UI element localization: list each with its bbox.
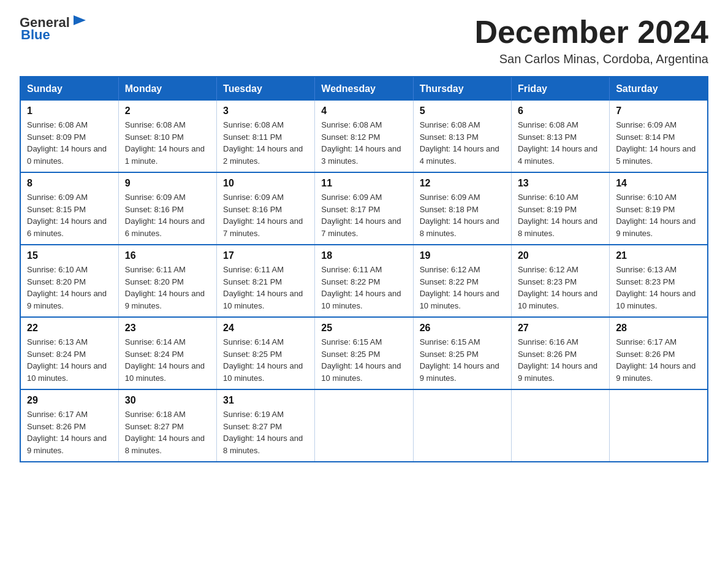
calendar-subtitle: San Carlos Minas, Cordoba, Argentina — [474, 52, 708, 66]
day-info: Sunrise: 6:11 AMSunset: 8:20 PMDaylight:… — [125, 264, 210, 312]
calendar-day-cell: 15Sunrise: 6:10 AMSunset: 8:20 PMDayligh… — [20, 245, 118, 317]
day-number: 17 — [223, 250, 308, 261]
day-number: 23 — [125, 323, 210, 334]
calendar-day-cell: 18Sunrise: 6:11 AMSunset: 8:22 PMDayligh… — [315, 245, 413, 317]
day-info: Sunrise: 6:08 AMSunset: 8:12 PMDaylight:… — [321, 119, 406, 167]
day-info: Sunrise: 6:13 AMSunset: 8:24 PMDaylight:… — [27, 336, 112, 384]
day-info: Sunrise: 6:08 AMSunset: 8:11 PMDaylight:… — [223, 119, 308, 167]
calendar-title: December 2024 — [474, 15, 708, 50]
day-info: Sunrise: 6:15 AMSunset: 8:25 PMDaylight:… — [321, 336, 406, 384]
calendar-day-cell: 1Sunrise: 6:08 AMSunset: 8:09 PMDaylight… — [20, 101, 118, 172]
calendar-day-cell: 4Sunrise: 6:08 AMSunset: 8:12 PMDaylight… — [315, 101, 413, 172]
calendar-day-cell: 16Sunrise: 6:11 AMSunset: 8:20 PMDayligh… — [118, 245, 216, 317]
calendar-day-cell: 11Sunrise: 6:09 AMSunset: 8:17 PMDayligh… — [315, 172, 413, 245]
calendar-day-cell: 22Sunrise: 6:13 AMSunset: 8:24 PMDayligh… — [20, 317, 118, 389]
day-info: Sunrise: 6:09 AMSunset: 8:16 PMDaylight:… — [125, 191, 210, 239]
day-number: 7 — [616, 105, 701, 117]
day-number: 9 — [125, 178, 210, 189]
day-number: 20 — [518, 250, 603, 261]
day-number: 24 — [223, 323, 308, 334]
weekday-header-row: SundayMondayTuesdayWednesdayThursdayFrid… — [20, 77, 708, 101]
day-number: 10 — [223, 178, 308, 189]
day-number: 18 — [321, 250, 406, 261]
day-number: 5 — [420, 105, 505, 117]
calendar-week-row: 29Sunrise: 6:17 AMSunset: 8:26 PMDayligh… — [20, 389, 708, 462]
calendar-day-cell: 12Sunrise: 6:09 AMSunset: 8:18 PMDayligh… — [413, 172, 511, 245]
day-info: Sunrise: 6:10 AMSunset: 8:20 PMDaylight:… — [27, 264, 112, 312]
page-header: General Blue December 2024 San Carlos Mi… — [20, 15, 708, 66]
day-info: Sunrise: 6:18 AMSunset: 8:27 PMDaylight:… — [125, 408, 210, 456]
calendar-day-cell: 17Sunrise: 6:11 AMSunset: 8:21 PMDayligh… — [217, 245, 315, 317]
logo-blue-text: Blue — [21, 27, 50, 43]
calendar-table: SundayMondayTuesdayWednesdayThursdayFrid… — [20, 76, 708, 462]
weekday-header-monday: Monday — [118, 77, 216, 101]
day-number: 27 — [518, 323, 603, 334]
weekday-header-wednesday: Wednesday — [315, 77, 413, 101]
day-number: 29 — [27, 395, 112, 406]
day-info: Sunrise: 6:12 AMSunset: 8:22 PMDaylight:… — [420, 264, 505, 312]
day-number: 16 — [125, 250, 210, 261]
day-info: Sunrise: 6:08 AMSunset: 8:13 PMDaylight:… — [420, 119, 505, 167]
day-info: Sunrise: 6:16 AMSunset: 8:26 PMDaylight:… — [518, 336, 603, 384]
calendar-day-cell — [610, 389, 708, 462]
day-number: 19 — [420, 250, 505, 261]
calendar-day-cell: 27Sunrise: 6:16 AMSunset: 8:26 PMDayligh… — [511, 317, 609, 389]
weekday-header-thursday: Thursday — [413, 77, 511, 101]
calendar-day-cell: 6Sunrise: 6:08 AMSunset: 8:13 PMDaylight… — [511, 101, 609, 172]
weekday-header-saturday: Saturday — [610, 77, 708, 101]
calendar-day-cell: 2Sunrise: 6:08 AMSunset: 8:10 PMDaylight… — [118, 101, 216, 172]
svg-marker-0 — [74, 15, 86, 25]
calendar-day-cell: 10Sunrise: 6:09 AMSunset: 8:16 PMDayligh… — [217, 172, 315, 245]
day-number: 3 — [223, 105, 308, 117]
day-info: Sunrise: 6:10 AMSunset: 8:19 PMDaylight:… — [518, 191, 603, 239]
day-number: 1 — [27, 105, 112, 117]
calendar-day-cell: 29Sunrise: 6:17 AMSunset: 8:26 PMDayligh… — [20, 389, 118, 462]
calendar-day-cell: 19Sunrise: 6:12 AMSunset: 8:22 PMDayligh… — [413, 245, 511, 317]
day-number: 11 — [321, 178, 406, 189]
calendar-day-cell: 14Sunrise: 6:10 AMSunset: 8:19 PMDayligh… — [610, 172, 708, 245]
calendar-week-row: 1Sunrise: 6:08 AMSunset: 8:09 PMDaylight… — [20, 101, 708, 172]
day-number: 8 — [27, 178, 112, 189]
day-number: 22 — [27, 323, 112, 334]
day-info: Sunrise: 6:12 AMSunset: 8:23 PMDaylight:… — [518, 264, 603, 312]
logo: General Blue — [20, 15, 88, 43]
calendar-day-cell: 30Sunrise: 6:18 AMSunset: 8:27 PMDayligh… — [118, 389, 216, 462]
calendar-day-cell: 26Sunrise: 6:15 AMSunset: 8:25 PMDayligh… — [413, 317, 511, 389]
day-info: Sunrise: 6:09 AMSunset: 8:16 PMDaylight:… — [223, 191, 308, 239]
calendar-day-cell — [315, 389, 413, 462]
calendar-day-cell: 24Sunrise: 6:14 AMSunset: 8:25 PMDayligh… — [217, 317, 315, 389]
day-info: Sunrise: 6:08 AMSunset: 8:10 PMDaylight:… — [125, 119, 210, 167]
day-info: Sunrise: 6:09 AMSunset: 8:14 PMDaylight:… — [616, 119, 701, 167]
calendar-day-cell: 21Sunrise: 6:13 AMSunset: 8:23 PMDayligh… — [610, 245, 708, 317]
calendar-day-cell: 5Sunrise: 6:08 AMSunset: 8:13 PMDaylight… — [413, 101, 511, 172]
calendar-day-cell: 28Sunrise: 6:17 AMSunset: 8:26 PMDayligh… — [610, 317, 708, 389]
calendar-day-cell: 25Sunrise: 6:15 AMSunset: 8:25 PMDayligh… — [315, 317, 413, 389]
day-info: Sunrise: 6:09 AMSunset: 8:15 PMDaylight:… — [27, 191, 112, 239]
calendar-day-cell: 23Sunrise: 6:14 AMSunset: 8:24 PMDayligh… — [118, 317, 216, 389]
day-info: Sunrise: 6:11 AMSunset: 8:22 PMDaylight:… — [321, 264, 406, 312]
day-number: 28 — [616, 323, 701, 334]
calendar-day-cell: 3Sunrise: 6:08 AMSunset: 8:11 PMDaylight… — [217, 101, 315, 172]
logo-flag-icon — [71, 13, 88, 30]
day-number: 15 — [27, 250, 112, 261]
weekday-header-friday: Friday — [511, 77, 609, 101]
day-number: 31 — [223, 395, 308, 406]
day-number: 30 — [125, 395, 210, 406]
day-info: Sunrise: 6:17 AMSunset: 8:26 PMDaylight:… — [616, 336, 701, 384]
calendar-week-row: 22Sunrise: 6:13 AMSunset: 8:24 PMDayligh… — [20, 317, 708, 389]
day-number: 13 — [518, 178, 603, 189]
day-number: 14 — [616, 178, 701, 189]
day-info: Sunrise: 6:19 AMSunset: 8:27 PMDaylight:… — [223, 408, 308, 456]
day-info: Sunrise: 6:13 AMSunset: 8:23 PMDaylight:… — [616, 264, 701, 312]
day-number: 12 — [420, 178, 505, 189]
day-info: Sunrise: 6:15 AMSunset: 8:25 PMDaylight:… — [420, 336, 505, 384]
calendar-day-cell: 20Sunrise: 6:12 AMSunset: 8:23 PMDayligh… — [511, 245, 609, 317]
calendar-day-cell: 8Sunrise: 6:09 AMSunset: 8:15 PMDaylight… — [20, 172, 118, 245]
calendar-week-row: 8Sunrise: 6:09 AMSunset: 8:15 PMDaylight… — [20, 172, 708, 245]
weekday-header-tuesday: Tuesday — [217, 77, 315, 101]
calendar-day-cell — [511, 389, 609, 462]
day-number: 21 — [616, 250, 701, 261]
day-info: Sunrise: 6:09 AMSunset: 8:18 PMDaylight:… — [420, 191, 505, 239]
calendar-day-cell: 31Sunrise: 6:19 AMSunset: 8:27 PMDayligh… — [217, 389, 315, 462]
day-info: Sunrise: 6:08 AMSunset: 8:13 PMDaylight:… — [518, 119, 603, 167]
